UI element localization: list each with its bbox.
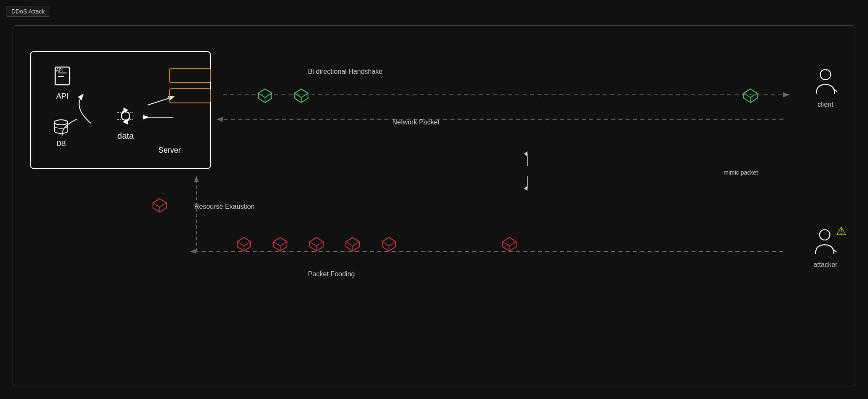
client-label: client: [813, 101, 838, 108]
red-cube-1: [152, 198, 167, 217]
svg-line-30: [833, 88, 838, 92]
red-cube-b3: [309, 237, 324, 256]
title-badge: DDoS Attack: [6, 6, 50, 17]
db-label: DB: [52, 140, 70, 148]
label-resource-exhaustion: Resourse Exaustion: [194, 203, 255, 210]
svg-marker-46: [346, 237, 359, 246]
data-label: data: [115, 131, 136, 141]
label-packet-flooding: Packet Fooding: [308, 270, 355, 278]
svg-marker-49: [382, 237, 396, 246]
svg-marker-24: [295, 89, 308, 97]
svg-marker-7: [190, 249, 196, 254]
diagram-container: API API DB data Server Bi directional Ha…: [13, 25, 855, 386]
svg-text:API: API: [56, 68, 63, 73]
red-cube-b6: [502, 237, 517, 256]
green-cube-1: [257, 88, 273, 107]
api-label: API: [52, 92, 73, 101]
server-label: Server: [158, 146, 181, 155]
db-icon: [52, 117, 70, 140]
attacker-icon: [813, 228, 838, 258]
svg-marker-52: [503, 237, 516, 246]
red-cube-b4: [345, 237, 360, 256]
red-cube-resource: [152, 198, 167, 217]
red-cube-b1: [236, 237, 252, 256]
green-cube-right: [743, 88, 758, 107]
data-area: data: [115, 107, 136, 141]
svg-marker-34: [153, 199, 166, 207]
svg-line-32: [832, 248, 837, 252]
svg-point-16: [54, 120, 68, 125]
svg-marker-9: [194, 176, 199, 182]
svg-point-17: [121, 112, 130, 120]
server-rect-1: [169, 68, 211, 83]
svg-marker-21: [258, 89, 272, 97]
svg-marker-5: [216, 117, 222, 122]
attacker-figure: ⚠ attacker: [813, 228, 838, 269]
green-cubes-top: [257, 88, 309, 107]
client-icon: [813, 68, 838, 97]
mimic-label: mimic packet: [723, 169, 758, 176]
green-cube-3: [743, 88, 758, 107]
warning-icon: ⚠: [836, 224, 847, 238]
red-cubes-bottom: [236, 237, 517, 256]
svg-point-31: [820, 230, 830, 240]
red-cube-b2: [273, 237, 288, 256]
svg-marker-40: [273, 237, 287, 246]
svg-marker-37: [237, 237, 251, 246]
client-figure: client: [813, 68, 838, 108]
svg-marker-43: [310, 237, 323, 246]
attacker-label: attacker: [813, 261, 838, 269]
api-area: API API: [52, 65, 73, 101]
sync-icon: [115, 107, 136, 129]
api-icon: API: [52, 65, 73, 90]
svg-point-29: [820, 70, 831, 80]
mimic-packet-area: mimic packet: [723, 169, 758, 178]
svg-marker-3: [783, 92, 790, 97]
db-area: DB: [52, 117, 70, 148]
label-network-packet: Network Packet: [392, 119, 439, 126]
red-cube-b5: [381, 237, 396, 256]
label-bi-directional: Bi directional Handshake: [308, 68, 383, 75]
svg-marker-27: [744, 89, 757, 97]
server-rect-2: [169, 88, 211, 103]
green-cube-2: [294, 88, 309, 107]
